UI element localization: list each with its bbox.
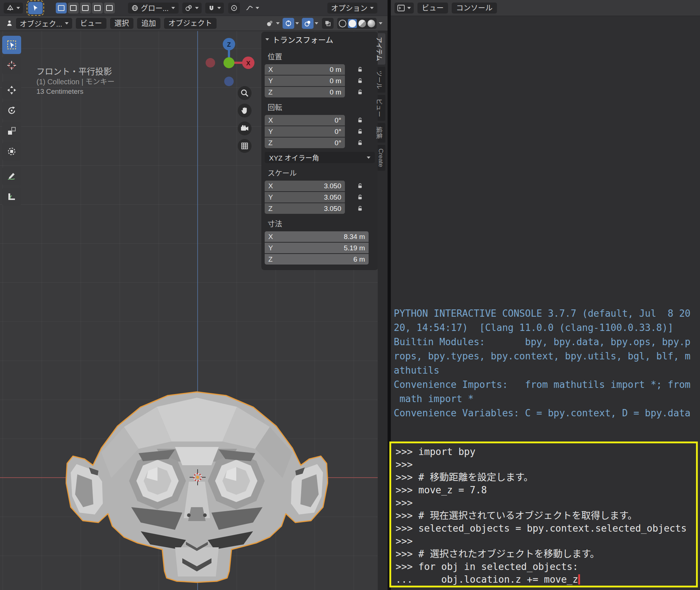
rotation-x-field[interactable]: X0°	[265, 115, 345, 126]
console-editor-type-button[interactable]	[394, 3, 414, 14]
sidebar-tab-view[interactable]: ビュー	[378, 95, 385, 121]
active-tool-box-select-button[interactable]	[28, 2, 43, 14]
view-name-label: フロント・平行投影	[36, 66, 114, 77]
transform-orientation-dropdown[interactable]: グロー...	[128, 3, 179, 14]
navigation-axis-gizmo[interactable]: Z X	[204, 34, 255, 89]
mode-dropdown[interactable]: オブジェク...	[16, 18, 72, 29]
select-mode-invert-icon[interactable]	[92, 3, 103, 14]
tool-scale-button[interactable]	[2, 122, 21, 140]
select-mode-extend-icon[interactable]	[68, 3, 79, 14]
select-mode-subtract-icon[interactable]	[80, 3, 91, 14]
camera-view-button[interactable]	[238, 122, 252, 135]
editor-type-icon	[7, 4, 14, 12]
sidebar-tab-item[interactable]: アイテム	[378, 33, 385, 65]
lock-icon[interactable]	[357, 78, 363, 84]
console-input-line: >>> import bpy	[396, 446, 696, 458]
blender-window: Z X フロント・平行投影 (1)	[0, 0, 700, 590]
pan-view-button[interactable]	[238, 104, 252, 117]
lock-icon[interactable]	[357, 66, 363, 73]
object-mode-icon	[6, 20, 13, 27]
tool-box-select-button[interactable]	[2, 36, 21, 54]
solid-shading-button[interactable]	[348, 19, 357, 28]
zoom-view-button[interactable]	[238, 86, 252, 100]
editor-type-button[interactable]	[4, 3, 23, 14]
console-input-line: >>> # 現在選択されているオブジェクトを取得します。	[396, 509, 696, 522]
rotation-z-field[interactable]: Z0°	[265, 138, 345, 148]
console-menu-console[interactable]: コンソール	[452, 3, 497, 14]
highlighted-command-region[interactable]: >>> import bpy >>> >>> # 移動距離を設定します。 >>>…	[389, 441, 698, 587]
tool-transform-button[interactable]	[2, 142, 21, 161]
tool-cursor-button[interactable]	[2, 56, 21, 74]
lock-icon[interactable]	[357, 89, 363, 95]
tool-rotate-button[interactable]	[2, 101, 21, 120]
sidebar-tab-create[interactable]: Create	[378, 145, 385, 171]
suzanne-monkey-object[interactable]	[66, 387, 328, 584]
falloff-dropdown[interactable]	[243, 3, 262, 14]
sidebar-tab-tool[interactable]: ツール	[378, 67, 385, 93]
gizmo-z-neg	[224, 77, 234, 86]
location-y-field[interactable]: Y0 m	[265, 76, 345, 86]
menu-select[interactable]: 選択	[110, 18, 133, 29]
scale-z-field[interactable]: Z3.050	[265, 203, 345, 214]
pivot-point-dropdown[interactable]	[182, 3, 202, 14]
dimensions-z-field[interactable]: Z6 m	[265, 254, 369, 265]
rotation-mode-select[interactable]: XYZ オイラー角	[265, 152, 375, 163]
lock-icon[interactable]	[357, 205, 363, 212]
lock-icon[interactable]	[357, 128, 363, 135]
lock-icon[interactable]	[357, 183, 363, 189]
options-label: オプション	[331, 3, 368, 13]
gizmo-x-neg	[206, 58, 215, 68]
scale-x-field[interactable]: X3.050	[265, 181, 345, 191]
console-current-input-line[interactable]: ... obj.location.z += move_z	[396, 573, 696, 586]
console-output-line: Convenience Imports: from mathutils impo…	[394, 378, 691, 392]
rotation-y-field[interactable]: Y0°	[265, 126, 345, 137]
panel-collapse-icon[interactable]	[265, 38, 269, 41]
console-menu-view[interactable]: ビュー	[417, 3, 448, 14]
sidebar-tab-edit[interactable]: 編集	[378, 123, 385, 143]
transform-panel-header[interactable]: トランスフォーム	[262, 32, 378, 47]
lock-icon[interactable]	[357, 140, 363, 146]
console-input-line: >>> # 移動距離を設定します。	[396, 471, 696, 484]
select-mode-intersect-icon[interactable]	[104, 3, 115, 14]
location-z-field[interactable]: Z0 m	[265, 87, 345, 97]
python-console-editor[interactable]: ビュー コンソール PYTHON INTERACTIVE CONSOLE 3.7…	[391, 0, 700, 590]
viewport-editor-type-button[interactable]	[3, 18, 16, 29]
dimensions-x-field[interactable]: X8.34 m	[265, 231, 369, 242]
console-input-line: >>>	[396, 535, 696, 548]
mode-label: オブジェク...	[20, 18, 62, 29]
visibility-dropdown[interactable]	[263, 18, 283, 29]
menu-view[interactable]: ビュー	[76, 18, 106, 29]
rendered-shading-button[interactable]	[368, 20, 375, 27]
menu-add[interactable]: 追加	[137, 18, 160, 29]
3d-cursor[interactable]	[190, 469, 206, 485]
dimensions-y-field[interactable]: Y5.19 m	[265, 243, 369, 253]
options-dropdown[interactable]: オプション	[327, 3, 377, 14]
scale-y-field[interactable]: Y3.050	[265, 192, 345, 203]
proportional-editing-toggle[interactable]	[228, 3, 240, 14]
lock-icon[interactable]	[357, 194, 363, 200]
gizmo-y-axis	[223, 57, 234, 68]
rotation-label: 回転	[268, 102, 378, 112]
menu-object[interactable]: オブジェクト	[164, 18, 217, 29]
tool-annotate-button[interactable]	[2, 167, 21, 185]
select-mode-new-icon[interactable]	[56, 3, 67, 14]
console-input-line: >>> move_z = 7.8	[396, 484, 696, 497]
wireframe-shading-button[interactable]	[339, 20, 346, 27]
lock-icon[interactable]	[357, 117, 363, 123]
transform-panel: トランスフォーム 位置 X0 m Y0 m Z0 m 回転 X0° Y0°	[262, 32, 378, 270]
material-preview-shading-button[interactable]	[358, 20, 366, 27]
perspective-toggle-button[interactable]	[238, 139, 252, 153]
snapping-dropdown[interactable]	[205, 3, 224, 14]
gizmos-toggle-button[interactable]	[283, 18, 294, 29]
gizmo-icon	[285, 20, 292, 27]
tool-settings-header: グロー... オプション	[0, 0, 388, 16]
tool-move-button[interactable]	[2, 81, 21, 99]
console-icon	[397, 5, 405, 11]
active-object-label: (1) Collection | モンキー	[36, 77, 114, 86]
console-input-line: >>>	[396, 497, 696, 509]
console-output-line: athutils	[394, 363, 691, 378]
overlays-toggle-button[interactable]	[302, 18, 314, 29]
xray-toggle-button[interactable]	[322, 18, 334, 29]
tool-measure-button[interactable]	[2, 188, 21, 206]
location-x-field[interactable]: X0 m	[265, 64, 345, 75]
